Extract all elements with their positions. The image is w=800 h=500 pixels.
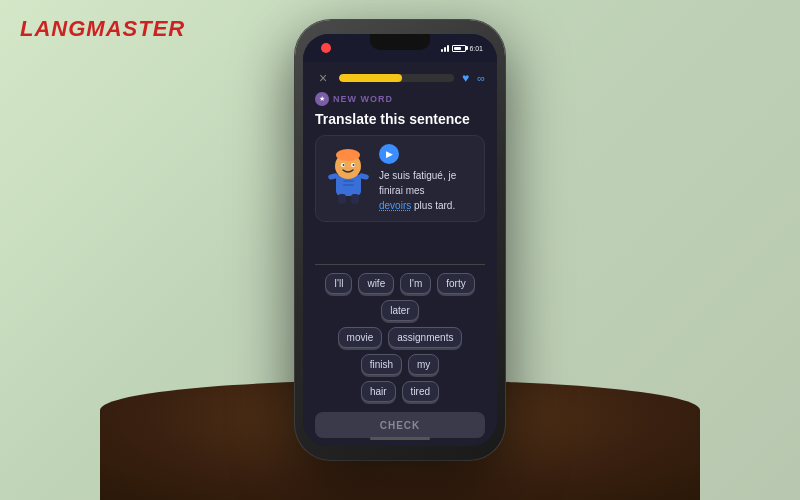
progress-bar-container [339, 74, 454, 82]
sentence-part2: plus tard. [414, 200, 455, 211]
svg-point-8 [353, 164, 355, 166]
chip-im[interactable]: I'm [400, 273, 431, 294]
chip-finish[interactable]: finish [361, 354, 402, 375]
svg-rect-1 [343, 180, 354, 182]
svg-rect-12 [351, 194, 359, 204]
chip-later[interactable]: later [381, 300, 418, 321]
highlighted-word: devoirs [379, 200, 411, 211]
star-symbol: ★ [319, 95, 325, 103]
svg-point-7 [343, 164, 345, 166]
audio-button[interactable]: ▶ [379, 144, 399, 164]
svg-point-4 [336, 149, 360, 161]
status-right: 6:01 [441, 44, 483, 52]
progress-bar-fill [339, 74, 402, 82]
close-button[interactable]: × [315, 70, 331, 86]
time-display: 6:01 [469, 45, 483, 52]
chip-ill[interactable]: I'll [325, 273, 352, 294]
chip-assignments[interactable]: assignments [388, 327, 462, 348]
signal-bars [441, 44, 449, 52]
status-bar: 6:01 [303, 34, 497, 62]
chip-movie[interactable]: movie [338, 327, 383, 348]
word-chips-section: I'll wife I'm forty later movie assignme… [315, 273, 485, 408]
top-bar: × ♥ ∞ [315, 70, 485, 86]
record-indicator [321, 43, 331, 53]
home-indicator [370, 437, 430, 440]
svg-rect-2 [343, 184, 354, 186]
check-button[interactable]: CHECK [315, 412, 485, 438]
battery-icon [452, 45, 466, 52]
badge-label: NEW WORD [333, 94, 393, 104]
chip-my[interactable]: my [408, 354, 439, 375]
langmaster-logo: LANGMASTER [20, 16, 185, 42]
battery-fill [454, 47, 461, 50]
new-word-badge: ★ NEW WORD [315, 92, 485, 106]
app-content: × ♥ ∞ ★ NEW WORD Translate this sentence [303, 62, 497, 446]
signal-bar-1 [441, 49, 443, 52]
infinity-icon: ∞ [477, 72, 485, 84]
sentence-part1: Je suis fatigué, je finirai mes [379, 170, 456, 196]
chip-forty[interactable]: forty [437, 273, 474, 294]
signal-bar-3 [447, 45, 449, 52]
chip-hair[interactable]: hair [361, 381, 396, 402]
svg-rect-11 [338, 194, 346, 204]
chips-row-1: I'll wife I'm forty later [315, 273, 485, 321]
instruction-text: Translate this sentence [315, 111, 485, 127]
sentence-card: ▶ Je suis fatigué, je finirai mes devoir… [315, 135, 485, 222]
phone-screen: 6:01 × ♥ ∞ ★ NEW WORD Translat [303, 34, 497, 446]
chips-row-2: movie assignments finish my [315, 327, 485, 375]
signal-bar-2 [444, 47, 446, 52]
notch [370, 34, 430, 50]
character-illustration [326, 144, 371, 199]
french-sentence: Je suis fatigué, je finirai mes devoirs … [379, 168, 474, 213]
chip-tired[interactable]: tired [402, 381, 439, 402]
audio-play-icon: ▶ [386, 149, 393, 159]
badge-star-icon: ★ [315, 92, 329, 106]
phone: 6:01 × ♥ ∞ ★ NEW WORD Translat [295, 20, 505, 460]
sentence-text-area: ▶ Je suis fatigué, je finirai mes devoir… [379, 144, 474, 213]
chips-row-3: hair tired [315, 381, 485, 402]
heart-icon: ♥ [462, 71, 469, 85]
answer-area[interactable] [315, 230, 485, 265]
chip-wife[interactable]: wife [358, 273, 394, 294]
